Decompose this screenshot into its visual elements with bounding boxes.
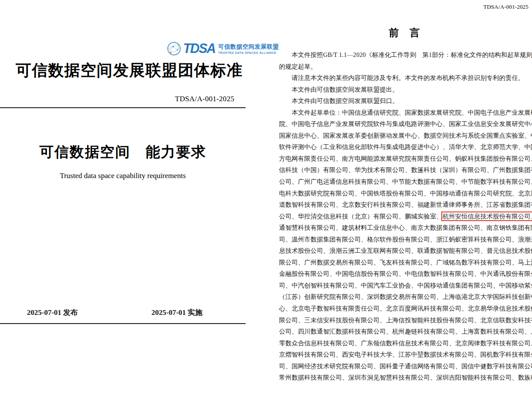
foreword-line: 心、北京电子数智科技有限责任公司、北京百度网讯科技有限公司、北京易华录信息技术股… <box>279 303 531 314</box>
foreword-line: 本文件由可信数据空间发展联盟提出。 <box>279 84 531 96</box>
tdsa-logo: TDSA 可信数据空间发展联盟 TRUSTED DATA SPACES ALLI… <box>167 40 279 57</box>
foreword-body: 本文件按照GB/T 1.1—2020《标准化工作导则 第1部分：标准化文件的结构… <box>279 49 531 383</box>
foreword-line-text: 公司、华控清交信息科技（北京）有限公司、鹏城实验室、 <box>279 213 443 220</box>
foreword-line: 本文件由可信数据空间发展联盟归口。 <box>279 95 531 107</box>
cover-bottom-rule <box>0 323 246 324</box>
foreword-line: 限公司、三未信安科技股份有限公司、上海信投智能科技股份有限公司、北京信联数安科技… <box>279 314 531 326</box>
cover-top-rule <box>0 107 246 108</box>
foreword-line: 道数智科技有限公司、北京数安行科技有限公司、福建新世通律师事务所、江苏省数据集团… <box>279 199 531 211</box>
foreword-line: （江苏）创新研究院有限公司、深圳数据交易所有限公司、上海临港北京大学国际科技创新… <box>279 291 531 303</box>
document-canvas: TDSA 可信数据空间发展联盟 TRUSTED DATA SPACES ALLI… <box>0 0 532 400</box>
foreword-line: 零数众合信息科技有限公司、广东领信数科信息技术有限公司、北京阅律数字科技有限公司… <box>279 337 531 349</box>
foreword-page: TDSA/A-001-2025 前 言 本文件按照GB/T 1.1—2020《标… <box>269 0 532 400</box>
foreword-line: 国家信息中心、国家发展改革委创新驱动发展中心、数据空间技术与系统全国重点实验室、… <box>279 130 531 142</box>
foreword-line: 的规定起草。 <box>279 61 531 73</box>
foreword-line: 公司、广州广电运通信息科技有限公司、中节能大数据有限公司、中节能数字科技有限公司… <box>279 176 531 188</box>
foreword-line: 请注意本文件的某些内容可能涉及专利。本文件的发布机构不承担识别专利的责任。 <box>279 72 531 84</box>
foreword-line: 息技术股份公司、浪潮云洲工业互联网有限公司、联通数据智能有限公司、普元信息技术股… <box>279 245 531 257</box>
foreword-line: 常州数据科技有限公司、深圳市洞见智慧科技有限公司、深圳吉阳智能科技有限公司、数族… <box>279 372 531 383</box>
page-header-doc-number: TDSA/A-001-2025 <box>483 3 529 10</box>
foreword-line: 方电网有限责任公司、南方电网能源发展研究院有限责任公司、蚂蚁科技集团股份有限公司… <box>279 153 531 165</box>
foreword-line: 公司、华控清交信息科技（北京）有限公司、鹏城实验室、杭州安恒信息技术股份有限公司… <box>279 211 531 222</box>
foreword-line: 电科大数据研究院有限公司、中国铁塔股份有限公司、中国移动通信有限公司研究院、北京… <box>279 188 531 199</box>
foreword-line: 软件评测中心（工业和信息化部软件与集成电路促进中心）、清华大学、北京师范大学、中… <box>279 141 531 153</box>
foreword-line: 公司、四川数通智汇数据科技有限公司、杭州趣链科技有限公司、上海富数科技有限公司、… <box>279 326 531 337</box>
foreword-line: 司、国网经济技术研究院有限公司、国科量子通信网络有限公司、国信中健数字科技有限公… <box>279 360 531 372</box>
foreword-line: 京熠智科技有限公司、西安电子科技大学、江苏中堃数据技术有限公司、国机数字科技有限… <box>279 349 531 360</box>
cover-doc-number: TDSA/A-001-2025 <box>0 95 234 103</box>
tdsa-wordmark: TDSA <box>183 42 215 56</box>
foreword-line: 司、中汽创智科技有限公司、中国汽车工业协会、中国移动通信集团有限公司、中国移动紫… <box>279 280 531 291</box>
foreword-heading: 前 言 <box>279 26 530 40</box>
foreword-line: 院、中国电子信息产业发展研究院软件与集成电路评测中心、国家工业信息安全发展研究中… <box>279 118 531 130</box>
publish-date: 2025-07-01 发布 <box>27 307 78 317</box>
globe-network-icon <box>167 41 181 56</box>
foreword-line: 金融股份有限公司、中国电信股份有限公司、中电信数智科技有限公司、中兴通讯股份有限… <box>279 268 531 280</box>
implement-date: 2025-07-01 实施 <box>151 307 203 317</box>
foreword-line: 信科技（中国）有限公司、华为技术有限公司、数篷科技（深圳）有限公司、广州数据集团… <box>279 164 531 176</box>
cover-page: TDSA 可信数据空间发展联盟 TRUSTED DATA SPACES ALLI… <box>0 0 269 400</box>
foreword-line: 本文件按照GB/T 1.1—2020《标准化工作导则 第1部分：标准化文件的结构… <box>279 49 531 61</box>
foreword-line: 本文件起草单位：中国信息通信研究院、国家数据发展研究院、中国电子信息产业发展研究 <box>279 107 531 119</box>
foreword-line: 通智慧科技有限公司、建筑材料工业信息中心、南京大数据集团有限公司、南京钢铁集团有… <box>279 222 531 234</box>
standard-main-title: 可信数据空间 能力要求 <box>0 142 246 162</box>
standard-english-title: Trusted data space capability requiremen… <box>0 172 246 180</box>
standard-type-title: 可信数据空间发展联盟团体标准 <box>16 60 243 81</box>
foreword-line: 限公司、广州数据交易所有限公司、飞友科技有限公司、广域铭岛数字科技有限公司、马上… <box>279 257 531 268</box>
foreword-line: 司、温州市数据集团有限公司、格尔软件股份有限公司、浙江蚂蚁密算科技有限公司、浪潮… <box>279 234 531 245</box>
highlighted-company-red-box: 杭州安恒信息技术股份有限公司、 <box>443 213 532 220</box>
